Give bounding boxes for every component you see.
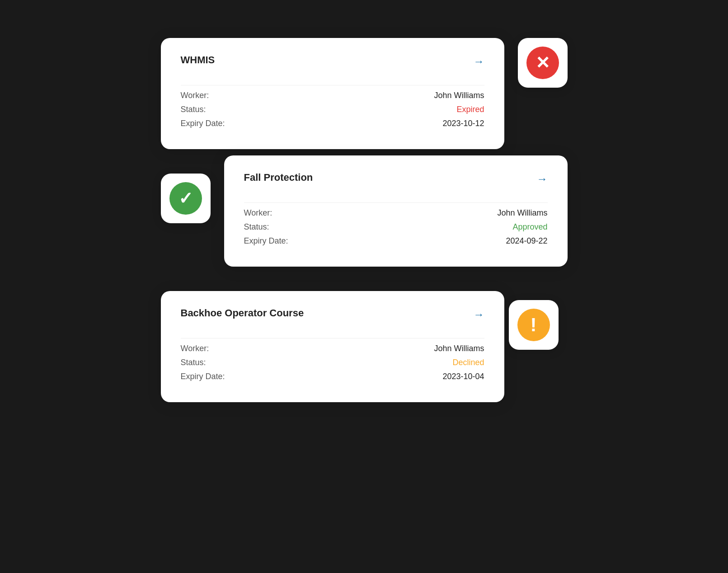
fall-protection-status-value: Approved	[512, 222, 547, 232]
whmis-status-row: Status: Expired	[181, 105, 484, 114]
whmis-worker-label: Worker:	[181, 91, 209, 100]
backhoe-worker-label: Worker:	[181, 344, 209, 353]
whmis-card[interactable]: WHMIS → Worker: John Williams Status: Ex…	[161, 38, 504, 149]
x-icon: ✕	[535, 54, 550, 71]
backhoe-status-row: Status: Declined	[181, 358, 484, 367]
backhoe-status-value: Declined	[452, 358, 484, 367]
whmis-status-label: Status:	[181, 105, 206, 114]
whmis-status-value: Expired	[456, 105, 484, 114]
red-circle: ✕	[526, 47, 559, 79]
fall-protection-expiry-value: 2024-09-22	[506, 236, 547, 246]
fall-protection-expiry-row: Expiry Date: 2024-09-22	[244, 236, 548, 246]
backhoe-expiry-value: 2023-10-04	[442, 372, 484, 381]
fall-protection-status-icon: ✓	[161, 174, 211, 223]
fall-protection-expiry-label: Expiry Date:	[244, 236, 288, 246]
whmis-expiry-value: 2023-10-12	[442, 119, 484, 128]
backhoe-arrow[interactable]: →	[474, 308, 484, 321]
checkmark-icon: ✓	[178, 190, 193, 207]
exclamation-icon: !	[531, 315, 537, 334]
whmis-title: WHMIS	[181, 54, 215, 66]
whmis-worker-row: Worker: John Williams	[181, 91, 484, 100]
backhoe-card[interactable]: Backhoe Operator Course → Worker: John W…	[161, 291, 504, 402]
fall-protection-worker-value: John Williams	[497, 208, 547, 218]
fall-protection-title: Fall Protection	[244, 172, 313, 183]
backhoe-status-label: Status:	[181, 358, 206, 367]
yellow-circle: !	[517, 309, 550, 341]
whmis-worker-value: John Williams	[434, 91, 484, 100]
fall-protection-status-row: Status: Approved	[244, 222, 548, 232]
backhoe-expiry-row: Expiry Date: 2023-10-04	[181, 372, 484, 381]
whmis-status-icon: ✕	[518, 38, 568, 88]
fall-protection-worker-label: Worker:	[244, 208, 272, 218]
whmis-expiry-row: Expiry Date: 2023-10-12	[181, 119, 484, 128]
whmis-expiry-label: Expiry Date:	[181, 119, 225, 128]
fall-protection-card[interactable]: Fall Protection → Worker: John Williams …	[224, 155, 568, 267]
cards-scene: WHMIS → Worker: John Williams Status: Ex…	[161, 38, 568, 535]
backhoe-expiry-label: Expiry Date:	[181, 372, 225, 381]
backhoe-worker-value: John Williams	[434, 344, 484, 353]
backhoe-title: Backhoe Operator Course	[181, 307, 304, 319]
green-circle: ✓	[169, 182, 202, 215]
fall-protection-worker-row: Worker: John Williams	[244, 208, 548, 218]
backhoe-worker-row: Worker: John Williams	[181, 344, 484, 353]
fall-protection-status-label: Status:	[244, 222, 269, 232]
backhoe-status-icon: !	[509, 300, 559, 350]
fall-protection-arrow[interactable]: →	[537, 173, 548, 185]
whmis-arrow[interactable]: →	[474, 55, 484, 68]
